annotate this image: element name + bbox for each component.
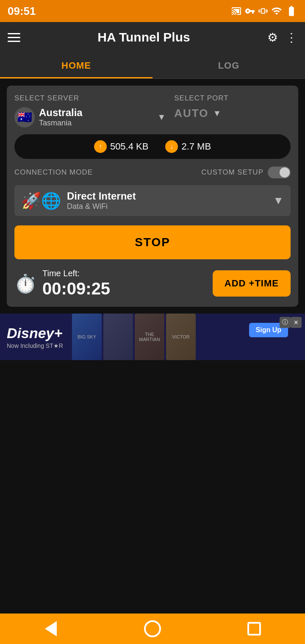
ad-image-4: VICTOR	[166, 314, 196, 360]
ad-image-3: THE MARTIAN	[135, 314, 164, 360]
download-icon: ↓	[165, 140, 178, 153]
hamburger-menu-icon[interactable]	[8, 33, 20, 42]
back-icon	[45, 621, 57, 636]
port-select-row[interactable]: AUTO ▼	[174, 107, 291, 120]
wifi-icon	[271, 6, 282, 17]
ad-info-icon[interactable]: ⓘ	[280, 317, 291, 328]
custom-setup-toggle[interactable]	[268, 167, 291, 178]
nav-back-button[interactable]	[38, 616, 64, 641]
port-section: SELECT PORT AUTO ▼	[174, 94, 291, 128]
ad-banner: Disney+ Now Including ST★R BIG SKY THE M…	[0, 314, 305, 360]
content-background	[0, 360, 305, 513]
app-title: HA Tunnel Plus	[28, 30, 260, 44]
australia-flag-icon: 🇦🇺	[14, 107, 35, 128]
connection-mode-sub: Data & WiFi	[67, 202, 273, 211]
nav-home-button[interactable]	[140, 616, 165, 641]
server-region: Tasmania	[39, 119, 153, 128]
cast-icon	[231, 6, 241, 16]
key-icon	[245, 6, 255, 16]
server-select-row[interactable]: 🇦🇺 Australia Tasmania ▼	[14, 107, 166, 128]
vibrate-icon	[258, 6, 268, 16]
select-server-label: SELECT SERVER	[14, 94, 166, 103]
connection-mode-dropdown-arrow[interactable]: ▼	[273, 194, 284, 207]
upload-stat: ↑ 505.4 KB	[94, 140, 149, 153]
server-dropdown-arrow[interactable]: ▼	[157, 112, 166, 122]
time-countdown: 00:09:25	[42, 279, 110, 298]
ad-image-1: BIG SKY	[72, 314, 102, 360]
more-options-icon[interactable]: ⋮	[286, 31, 297, 44]
home-icon	[144, 620, 161, 637]
ad-brand-info: Disney+ Now Including ST★R	[0, 321, 72, 353]
download-value: 2.7 MB	[181, 141, 211, 152]
server-info: Australia Tasmania	[39, 107, 153, 128]
custom-setup-row: CUSTOM SETUP	[201, 167, 291, 178]
tab-log[interactable]: LOG	[152, 53, 305, 78]
battery-icon	[286, 5, 297, 17]
ad-close-button[interactable]: ✕	[291, 317, 302, 328]
port-dropdown-arrow[interactable]: ▼	[213, 108, 221, 118]
select-port-label: SELECT PORT	[174, 94, 291, 103]
add-time-button[interactable]: ADD +TIME	[213, 270, 291, 297]
data-stats-row: ↑ 505.4 KB ↓ 2.7 MB	[14, 134, 291, 159]
bottom-nav	[0, 613, 305, 644]
server-name: Australia	[39, 107, 153, 119]
toggle-knob	[280, 167, 290, 178]
upload-value: 505.4 KB	[110, 141, 149, 152]
settings-icon[interactable]: ⚙	[267, 31, 278, 44]
connection-mode-info: Direct Internet Data & WiFi	[67, 190, 273, 211]
custom-setup-label: CUSTOM SETUP	[201, 168, 263, 177]
server-port-row: SELECT SERVER 🇦🇺 Australia Tasmania ▼ SE…	[14, 94, 291, 128]
top-bar: HA Tunnel Plus ⚙ ⋮	[0, 22, 305, 53]
stop-button[interactable]: STOP	[14, 225, 291, 259]
main-content: SELECT SERVER 🇦🇺 Australia Tasmania ▼ SE…	[0, 79, 305, 314]
time-row: ⏱️ Time Left: 00:09:25 ADD +TIME	[14, 269, 291, 298]
ad-brand-name: Disney+	[7, 325, 65, 341]
status-icons	[231, 5, 297, 17]
recents-icon	[247, 622, 261, 636]
connection-mode-label: CONNECTION MODE	[14, 168, 93, 177]
clock-icon: ⏱️	[14, 273, 36, 294]
tab-bar: HOME LOG	[0, 53, 305, 79]
upload-icon: ↑	[94, 140, 107, 153]
time-left-section: ⏱️ Time Left: 00:09:25	[14, 269, 110, 298]
port-value: AUTO	[174, 107, 208, 120]
connection-mode-selector[interactable]: 🚀🌐 Direct Internet Data & WiFi ▼	[14, 185, 291, 216]
ad-image-2	[103, 314, 133, 360]
status-time: 09:51	[8, 5, 36, 18]
nav-recents-button[interactable]	[241, 616, 267, 641]
main-card: SELECT SERVER 🇦🇺 Australia Tasmania ▼ SE…	[7, 86, 298, 307]
ad-brand-sub: Now Including ST★R	[7, 342, 65, 349]
download-stat: ↓ 2.7 MB	[165, 140, 211, 153]
connection-mode-name: Direct Internet	[67, 190, 273, 202]
rocket-globe-icon: 🚀🌐	[21, 192, 61, 210]
time-left-label: Time Left:	[42, 269, 110, 278]
status-bar: 09:51	[0, 0, 305, 22]
time-info: Time Left: 00:09:25	[42, 269, 110, 298]
server-section: SELECT SERVER 🇦🇺 Australia Tasmania ▼	[14, 94, 166, 128]
connection-mode-row: CONNECTION MODE CUSTOM SETUP	[14, 167, 291, 178]
tab-home[interactable]: HOME	[0, 53, 152, 78]
